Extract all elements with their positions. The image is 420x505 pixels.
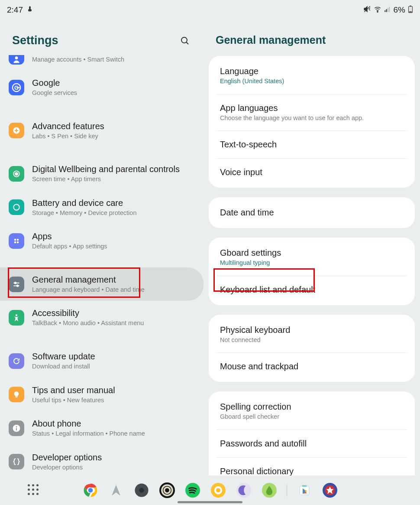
settings-group: Physical keyboardNot connectedMouse and … xyxy=(209,315,415,382)
accessibility-icon xyxy=(9,310,24,326)
status-app-icon xyxy=(26,6,33,14)
detail-row-title: Passwords and autofill xyxy=(220,438,404,449)
taskbar xyxy=(0,476,420,505)
detail-row-spelling-correction[interactable]: Spelling correctionGboard spell checker xyxy=(209,393,415,430)
settings-item-tips[interactable]: Tips and user manualUseful tips • New fe… xyxy=(0,378,204,412)
settings-item-title: Digital Wellbeing and parental controls xyxy=(32,164,199,175)
svg-rect-5 xyxy=(389,7,390,12)
settings-item-sub: Labs • S Pen • Side key xyxy=(32,132,199,141)
svg-line-10 xyxy=(186,42,188,44)
svg-rect-45 xyxy=(302,485,307,487)
detail-row-title: Mouse and trackpad xyxy=(220,361,404,372)
svg-rect-8 xyxy=(409,11,412,12)
detail-row-mouse-and-trackpad[interactable]: Mouse and trackpad xyxy=(216,352,407,380)
settings-item-title: Battery and device care xyxy=(32,198,199,209)
detail-row-title: Text-to-speech xyxy=(220,139,404,150)
detail-row-title: Keyboard list and default xyxy=(220,284,404,295)
detail-row-language[interactable]: LanguageEnglish (United States) xyxy=(209,58,415,94)
detail-row-title: Personal dictionary xyxy=(220,466,404,476)
settings-item-title: Accessibility xyxy=(32,308,199,319)
svg-point-16 xyxy=(15,173,18,175)
svg-rect-7 xyxy=(410,6,411,7)
detail-row-date-and-time[interactable]: Date and time xyxy=(209,199,415,226)
search-icon xyxy=(180,36,190,46)
settings-item-sub: TalkBack • Mono audio • Assistant menu xyxy=(32,319,199,328)
detail-row-voice-input[interactable]: Voice input xyxy=(216,158,407,186)
settings-item-accounts[interactable]: Manage accounts • Smart Switch xyxy=(0,55,204,71)
settings-item-software[interactable]: Software updateDownload and install xyxy=(0,344,204,378)
svg-point-40 xyxy=(211,483,226,498)
gear-plus-icon xyxy=(9,123,24,138)
settings-item-sub: Default apps • App settings xyxy=(32,242,199,251)
settings-item-accessibility[interactable]: AccessibilityTalkBack • Mono audio • Ass… xyxy=(0,301,204,335)
taskbar-app-dark-circle[interactable] xyxy=(133,482,150,498)
settings-item-developer[interactable]: Developer optionsDeveloper options xyxy=(0,445,204,476)
detail-row-title: Date and time xyxy=(220,207,404,218)
svg-point-18 xyxy=(14,239,16,241)
svg-rect-30 xyxy=(16,428,17,430)
svg-point-11 xyxy=(15,56,18,59)
status-time: 2:47 xyxy=(7,5,23,15)
mute-icon xyxy=(363,5,371,15)
detail-row-keyboard-list-and-default[interactable]: Keyboard list and default xyxy=(216,276,407,303)
svg-point-29 xyxy=(16,426,17,427)
taskbar-app-send[interactable] xyxy=(108,482,124,498)
detail-row-sub: Multilingual typing xyxy=(220,259,404,267)
svg-point-20 xyxy=(14,241,16,244)
settings-item-google[interactable]: GGoogleGoogle services xyxy=(0,71,204,104)
settings-item-about[interactable]: About phoneStatus • Legal information • … xyxy=(0,411,204,445)
g-icon: G xyxy=(9,80,24,95)
four-dots-icon xyxy=(9,233,24,249)
swirl-icon xyxy=(9,199,24,215)
svg-point-21 xyxy=(17,241,19,244)
settings-title: Settings xyxy=(12,34,58,47)
refresh-icon xyxy=(9,353,24,369)
detail-row-sub: Not connected xyxy=(220,336,404,345)
braces-icon xyxy=(9,454,24,469)
detail-row-app-languages[interactable]: App languagesChoose the language you wan… xyxy=(216,94,407,131)
settings-item-battery[interactable]: Battery and device careStorage • Memory … xyxy=(0,191,204,225)
taskbar-app-yellow-ring[interactable] xyxy=(210,482,226,498)
svg-point-35 xyxy=(139,488,144,492)
taskbar-app-badge-circle[interactable] xyxy=(322,482,338,498)
wifi-icon xyxy=(374,5,381,15)
detail-row-physical-keyboard[interactable]: Physical keyboardNot connected xyxy=(209,316,415,353)
detail-row-text-to-speech[interactable]: Text-to-speech xyxy=(216,130,407,158)
settings-item-general[interactable]: General managementLanguage and keyboard … xyxy=(0,267,204,301)
svg-point-25 xyxy=(17,285,19,287)
svg-point-23 xyxy=(15,282,16,283)
taskbar-app-play-store[interactable] xyxy=(296,482,313,498)
settings-item-sub: Manage accounts • Smart Switch xyxy=(32,55,199,64)
target-icon xyxy=(9,166,24,182)
settings-item-title: General management xyxy=(32,274,199,285)
svg-rect-3 xyxy=(386,9,387,12)
svg-text:G: G xyxy=(14,84,19,91)
settings-group: LanguageEnglish (United States)App langu… xyxy=(209,56,415,188)
settings-item-sub: Screen time • App timers xyxy=(32,175,199,184)
search-button[interactable] xyxy=(178,34,191,47)
taskbar-app-green-droplet[interactable] xyxy=(261,482,278,498)
settings-item-title: Google xyxy=(32,78,199,88)
settings-item-title: Advanced features xyxy=(32,121,199,132)
svg-rect-2 xyxy=(384,10,385,12)
settings-group: Date and time xyxy=(209,197,415,228)
detail-row-gboard-settings[interactable]: Gboard settingsMultilingual typing xyxy=(209,239,415,276)
taskbar-app-rings[interactable] xyxy=(159,482,175,498)
settings-master-list: Settings Manage accounts • Smart SwitchG… xyxy=(0,17,204,476)
detail-row-personal-dictionary[interactable]: Personal dictionary xyxy=(216,457,407,476)
settings-item-apps[interactable]: AppsDefault apps • App settings xyxy=(0,224,204,258)
detail-row-passwords-and-autofill[interactable]: Passwords and autofill xyxy=(216,430,407,457)
detail-row-title: Gboard settings xyxy=(220,248,404,258)
detail-row-title: Physical keyboard xyxy=(220,325,404,336)
apps-drawer-button[interactable] xyxy=(28,484,39,495)
taskbar-app-spotify[interactable] xyxy=(184,482,201,498)
taskbar-app-chrome[interactable] xyxy=(82,482,99,498)
settings-item-title: Apps xyxy=(32,231,199,242)
detail-row-title: Language xyxy=(220,66,404,77)
settings-item-advanced[interactable]: Advanced featuresLabs • S Pen • Side key xyxy=(0,114,204,148)
bulb-icon xyxy=(9,387,24,402)
settings-item-wellbeing[interactable]: Digital Wellbeing and parental controlsS… xyxy=(0,157,204,191)
taskbar-app-moon[interactable] xyxy=(236,482,252,498)
navigation-handle[interactable] xyxy=(178,501,242,503)
status-bar: 2:47 6% xyxy=(0,0,420,17)
